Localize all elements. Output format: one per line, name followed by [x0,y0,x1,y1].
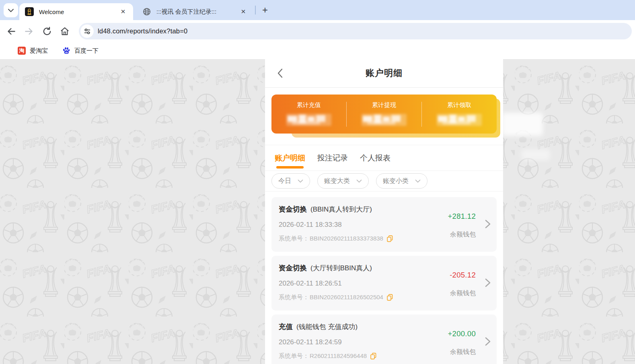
tab-betting-records[interactable]: :::视讯 会员下注纪录::: ✕ [137,3,253,20]
tx-wallet: 余额钱包 [450,289,476,297]
tx-type: 资金切换 [279,204,307,215]
tab-strip: Welcome ✕ :::视讯 会员下注纪录::: ✕ + [0,0,635,20]
tab-label: 个人报表 [360,153,390,163]
copy-icon[interactable] [386,235,393,243]
tab-title: :::视讯 会员下注纪录::: [156,8,238,16]
chevron-down-icon [298,179,303,183]
chevron-down-icon [415,179,421,183]
tx-amount: -205.12 [450,270,476,280]
summary-total-withdraw: 累计提现 [347,101,421,134]
redacted-value [286,114,331,126]
chevron-right-icon[interactable] [485,337,491,346]
app-header: 账户明细 [265,59,503,88]
tx-order-label: 系统单号： [279,234,309,243]
summary-total-deposit: 累计充值 [271,101,346,134]
new-tab-button[interactable]: + [259,4,271,16]
home-button[interactable] [59,26,70,37]
summary-label: 累计领取 [447,101,471,109]
transaction-row[interactable]: 资金切换 (BBIN真人转到大厅) 2026-02-11 18:33:38 系统… [271,197,497,252]
app-panel: 账户明细 累计充值 累计提现 累计领取 [265,59,503,364]
globe-icon [142,7,151,16]
redacted-value [437,114,482,126]
bookmark-label: 爱淘宝 [30,47,48,55]
bookmark-baidu[interactable]: du 百度一下 [62,47,99,55]
tab-label: 账户明细 [275,153,305,163]
tab-label: 投注记录 [317,153,348,163]
summary-section: 累计充值 累计提现 累计领取 [265,88,503,145]
browser-toolbar: ld48.com/reports/index?tab=0 [0,20,635,42]
close-tab-icon[interactable]: ✕ [238,6,249,17]
svg-text:du: du [65,51,68,53]
chevron-down-icon [8,8,14,13]
address-bar[interactable]: ld48.com/reports/index?tab=0 [79,23,632,39]
tx-note: (大厅转到BBIN真人) [310,263,372,274]
tx-note: (BBIN真人转到大厅) [310,204,372,215]
reload-icon [42,26,52,37]
tx-order-number: BBIN202602111833373838 [310,234,383,243]
tab-welcome[interactable]: Welcome ✕ [19,3,133,20]
page-content: CLUB WORLD CUP 23 FIFA [0,59,635,364]
tx-amount: +200.00 [448,329,476,339]
close-tab-icon[interactable]: ✕ [118,6,128,17]
tune-icon [84,28,91,35]
redacted-value [362,114,407,126]
summary-label: 累计充值 [297,101,321,109]
chevron-down-icon [356,179,362,183]
tab-divider [255,6,256,14]
tab-search-button[interactable] [4,3,18,17]
tx-type: 资金切换 [279,262,307,274]
taobao-icon: 淘 [18,47,26,55]
tab-bet-records[interactable]: 投注记录 [317,145,348,171]
blur-redaction [521,149,550,160]
baidu-paw-icon: du [62,47,70,55]
summary-card: 累计充值 累计提现 累计领取 [271,95,497,134]
tab-personal-report[interactable]: 个人报表 [360,145,390,171]
site-favicon-trophy [25,7,34,16]
blur-redaction [502,113,543,136]
bookmark-label: 百度一下 [74,47,99,55]
filter-label: 账变大类 [324,177,350,185]
section-tabs: 账户明细 投注记录 个人报表 [265,145,503,171]
tx-order-label: 系统单号： [279,293,309,301]
filter-major-category-dropdown[interactable]: 账变大类 [317,173,369,189]
back-button[interactable] [6,26,17,37]
bookmarks-bar: 淘 爱淘宝 du 百度一下 [0,42,635,59]
tx-amount: +281.12 [448,212,476,221]
tx-note: (钱能钱包 充值成功) [296,321,358,333]
tx-wallet: 余额钱包 [448,230,476,239]
tab-account-details[interactable]: 账户明细 [275,145,305,171]
summary-total-claimed: 累计领取 [422,101,497,134]
chevron-left-icon [277,68,283,78]
copy-icon[interactable] [370,352,377,360]
active-tab-underline [276,166,304,169]
tx-type: 充值 [279,321,293,332]
copy-icon[interactable] [386,294,393,301]
back-arrow-icon [6,26,16,37]
tx-order-number: BBIN202602111826502504 [310,293,383,301]
forward-arrow-icon [24,26,34,37]
transaction-list: 资金切换 (BBIN真人转到大厅) 2026-02-11 18:33:38 系统… [265,191,503,364]
tab-title: Welcome [39,8,118,15]
filter-bar: 今日 账变大类 账变小类 [265,171,503,191]
reload-button[interactable] [41,26,53,37]
filter-minor-category-dropdown[interactable]: 账变小类 [376,173,427,189]
forward-button[interactable] [23,26,35,37]
filter-label: 账变小类 [383,177,409,185]
site-info-button[interactable] [80,25,94,38]
tx-order-label: 系统单号： [279,352,309,360]
transaction-row[interactable]: 充值 (钱能钱包 充值成功) 2026-02-11 18:24:59 系统单号：… [271,315,497,364]
chevron-right-icon[interactable] [485,219,491,229]
page-title: 账户明细 [366,67,403,79]
home-icon [60,26,70,37]
tx-order-number: R2602111824596448 [310,352,367,360]
browser-window: Welcome ✕ :::视讯 会员下注纪录::: ✕ + [0,0,635,364]
filter-date-dropdown[interactable]: 今日 [271,173,310,189]
transaction-row[interactable]: 资金切换 (大厅转到BBIN真人) 2026-02-11 18:26:51 系统… [271,256,497,311]
bookmark-aitaobao[interactable]: 淘 爱淘宝 [18,47,48,55]
chevron-right-icon[interactable] [485,278,491,288]
tx-wallet: 余额钱包 [448,348,476,356]
summary-label: 累计提现 [372,101,396,109]
filter-label: 今日 [278,177,291,185]
back-button-app[interactable] [275,59,285,87]
url-text[interactable]: ld48.com/reports/index?tab=0 [98,27,187,35]
